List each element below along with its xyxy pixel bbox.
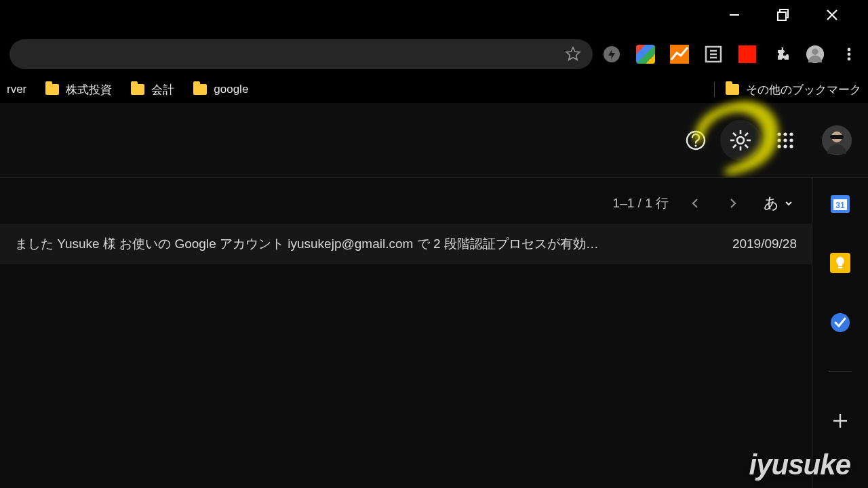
svg-point-31 [783,138,787,142]
divider [714,82,715,97]
prev-page-button[interactable] [684,192,707,215]
svg-line-25 [745,133,749,136]
svg-point-15 [848,58,851,61]
svg-line-26 [733,144,736,148]
maximize-button[interactable] [768,0,799,30]
extension-amp-icon[interactable] [602,45,621,64]
svg-point-34 [783,144,787,148]
svg-line-23 [733,133,736,136]
extension-analytics-icon[interactable] [670,45,689,64]
svg-point-18 [737,137,744,144]
folder-icon [726,84,739,95]
folder-icon [131,84,144,95]
help-button[interactable] [675,120,716,161]
bookmark-label: その他のブックマーク [746,82,861,98]
close-button[interactable] [816,0,848,30]
svg-point-14 [848,53,851,56]
tasks-app-icon[interactable] [829,312,851,333]
svg-text:31: 31 [835,201,845,210]
svg-point-30 [777,138,781,142]
minimize-button[interactable] [719,0,750,30]
bookmark-label: 会計 [151,82,174,98]
extension-google-icon[interactable] [636,45,655,64]
calendar-app-icon[interactable]: 31 [829,192,851,214]
address-bar-row [0,35,868,73]
svg-point-32 [789,138,793,142]
extensions-menu-icon[interactable] [772,45,791,64]
bookmark-other[interactable]: その他のブックマーク [726,82,861,98]
profile-avatar-icon[interactable] [806,45,825,64]
svg-point-33 [777,144,781,148]
ime-label: あ [764,193,779,214]
bookmark-label: 株式投資 [66,82,112,98]
bookmark-label: rver [7,83,26,96]
bookmark-google[interactable]: google [193,83,248,96]
input-method-button[interactable]: あ [764,193,793,214]
message-snippet: ました Yusuke 様 お使いの Google アカウント iyusukejp… [15,235,719,253]
svg-point-17 [694,144,696,146]
bookmark-star-icon[interactable] [564,45,582,63]
message-date: 2019/09/28 [732,237,797,251]
folder-icon [45,84,59,95]
svg-point-13 [848,48,851,52]
bookmark-kaikei[interactable]: 会計 [131,82,174,98]
keep-app-icon[interactable] [829,252,851,274]
chrome-menu-icon[interactable] [840,45,859,64]
bookmark-kabushiki[interactable]: 株式投資 [45,82,112,98]
svg-line-24 [745,144,749,148]
next-page-button[interactable] [722,192,745,215]
svg-rect-38 [830,135,844,139]
svg-point-35 [789,144,793,148]
svg-point-44 [831,313,850,332]
pagination-counter: 1–1 / 1 行 [613,195,669,212]
account-avatar[interactable] [822,125,852,155]
svg-point-28 [783,132,787,136]
extension-red-icon[interactable] [738,45,757,64]
address-bar[interactable] [9,39,593,69]
bookmark-rver[interactable]: rver [7,83,26,96]
svg-point-27 [777,132,781,136]
extension-evernote-icon[interactable] [704,45,723,64]
watermark: iyusuke [749,449,850,481]
mail-toolbar: 1–1 / 1 行 あ [0,183,812,224]
add-app-button[interactable] [829,410,851,432]
side-panel-divider [829,371,852,372]
svg-rect-2 [778,12,786,20]
apps-launcher-button[interactable] [765,120,806,161]
svg-rect-43 [838,267,842,268]
message-row[interactable]: ました Yusuke 様 お使いの Google アカウント iyusukejp… [0,224,812,264]
svg-point-12 [812,49,818,55]
folder-icon [193,84,207,95]
svg-point-29 [789,132,793,136]
chevron-down-icon [785,199,793,207]
bookmark-label: google [214,83,248,96]
settings-button[interactable] [720,120,761,161]
